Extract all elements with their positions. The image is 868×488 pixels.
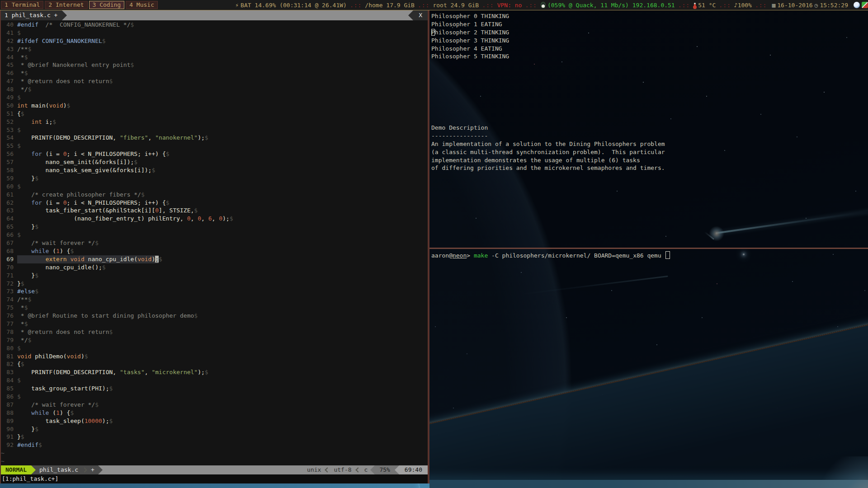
code-token: /* wait forever */ — [31, 239, 95, 246]
eol-marker: $ — [194, 206, 198, 215]
horizontal-split-border[interactable] — [429, 248, 868, 249]
line-number: 49 — [1, 94, 14, 102]
line-number: 89 — [1, 417, 14, 425]
line-number: 57 — [1, 158, 14, 166]
eol-marker: $ — [24, 304, 28, 312]
line-number: 55 — [1, 142, 14, 150]
line-number: 66 — [1, 231, 14, 239]
philosopher-status-line: Philosopher 0 THINKING — [429, 12, 868, 20]
eol-marker: $ — [205, 368, 208, 376]
status-separator: .:: — [482, 2, 494, 9]
shell-prompt-line[interactable]: aaron@neon> make -C philosophers/microke… — [429, 249, 868, 260]
line-number: 86 — [1, 393, 14, 401]
gutter-padding — [14, 441, 17, 449]
gutter-padding — [14, 102, 17, 110]
eol-marker: $ — [24, 320, 28, 328]
powerline-arrow — [395, 465, 399, 474]
tab-phil-task[interactable]: 1 phil_task.c + — [1, 10, 62, 20]
gutter-padding — [14, 272, 17, 280]
code-line: 74/**$ — [1, 296, 428, 304]
shell-terminal[interactable]: aaron@neon> make -C philosophers/microke… — [429, 249, 868, 488]
line-number: 72 — [1, 280, 14, 288]
eol-marker: $ — [28, 296, 31, 304]
code-token: 0 — [155, 207, 159, 214]
eol-marker: $ — [17, 142, 21, 150]
line-number: 53 — [1, 126, 14, 134]
code-line: 40#endif /* CONFIG_NANOKERNEL */$ — [1, 21, 428, 29]
qemu-output-terminal[interactable]: Philosopher 0 THINKINGPhilosopher 1 EATI… — [429, 10, 868, 248]
tab-close-button[interactable]: X — [413, 10, 428, 20]
code-token: (i = — [42, 199, 63, 206]
code-line: 64 (nano_fiber_entry_t) philEntry, 0, 0,… — [1, 215, 428, 223]
gutter-padding — [14, 247, 17, 255]
line-number: 59 — [1, 174, 14, 183]
gutter-padding — [14, 368, 17, 376]
code-token: while — [31, 409, 49, 416]
gutter-padding — [14, 94, 17, 102]
code-editor-area[interactable]: 40#endif /* CONFIG_NANOKERNEL */$41$42#i… — [1, 20, 428, 465]
demo-title: Demo Description — [429, 124, 868, 132]
code-line: 57 nano_sem_init(&forks[i]);$ — [1, 158, 428, 166]
gutter-padding — [14, 360, 17, 368]
gutter-padding — [14, 158, 17, 166]
code-line: 87 /* wait forever */$ — [1, 401, 428, 409]
status-separator: .:: — [719, 2, 731, 9]
status-text: 15:52:29 — [820, 2, 848, 9]
eol-marker: $ — [194, 312, 198, 320]
code-line: 85 task_group_start(PHI);$ — [1, 385, 428, 393]
status-text: /home 17.9 GiB — [365, 2, 415, 9]
code-token: 0 — [219, 215, 222, 222]
tray-app-icon[interactable] — [862, 2, 868, 8]
line-number: 76 — [1, 312, 14, 320]
code-token: philDemo( — [31, 353, 66, 360]
code-line: 60$ — [1, 183, 428, 191]
gutter-padding — [14, 85, 17, 94]
code-line: 43/**$ — [1, 45, 428, 53]
battery-bolt-icon: ⚡ — [235, 2, 239, 9]
gutter-padding — [14, 126, 17, 134]
code-line: 77 *$ — [1, 320, 428, 328]
line-number: 78 — [1, 328, 14, 336]
philosopher-status-line: Philosopher 2 THINKING — [429, 28, 868, 37]
code-token: ) { — [60, 248, 70, 254]
eol-marker: $ — [17, 231, 21, 239]
gutter-padding — [14, 166, 17, 174]
eol-marker: $ — [38, 441, 42, 449]
vim-statusline: NORMAL phil_task.c + unix utf-8 c 75% 69… — [1, 465, 428, 474]
vertical-split-border[interactable] — [428, 10, 429, 483]
line-number: 44 — [1, 53, 14, 61]
code-line: 44 *$ — [1, 53, 428, 61]
workspace-button[interactable]: 1 Terminal — [1, 1, 43, 9]
eol-marker: $ — [134, 158, 137, 166]
gutter-padding — [14, 206, 17, 215]
line-number: 47 — [1, 77, 14, 85]
line-number: 45 — [1, 61, 14, 69]
status-text: BAT 14.69% (00:31:14 @ 26.41W) — [241, 2, 347, 9]
code-token: while — [31, 248, 49, 254]
code-line: 69 extern void nano_cpu_idle(void);$ — [1, 255, 428, 263]
demo-text-line: of differing priorities and the microker… — [429, 164, 868, 172]
code-token: * @brief Routine to start dining philoso… — [17, 312, 194, 319]
tray-lightbulb-icon[interactable] — [854, 2, 860, 8]
code-token: ( — [49, 248, 56, 254]
line-number: 62 — [1, 199, 14, 207]
code-line: 88 while (1) {$ — [1, 409, 428, 417]
code-token: (i = — [42, 150, 63, 157]
gutter-padding — [14, 312, 17, 320]
code-line: 71 }$ — [1, 272, 428, 280]
code-token: , — [212, 215, 219, 222]
workspace-button[interactable]: 2 Internet — [45, 1, 87, 9]
workspace-button[interactable]: 3 Coding — [89, 1, 125, 9]
gutter-padding — [14, 29, 17, 37]
code-token — [17, 248, 31, 254]
line-number: 77 — [1, 320, 14, 328]
vim-window[interactable]: 1 phil_task.c + X 40#endif /* CONFIG_NAN… — [0, 10, 428, 483]
chevron-left-icon — [355, 467, 360, 472]
workspace-button[interactable]: 4 Music — [126, 1, 158, 9]
eol-marker: $ — [102, 263, 106, 272]
code-token: extern — [46, 256, 67, 263]
eol-marker: $ — [151, 166, 155, 174]
line-number: 92 — [1, 441, 14, 449]
code-token: 1 — [56, 248, 60, 254]
modified-flag: + — [91, 465, 94, 474]
